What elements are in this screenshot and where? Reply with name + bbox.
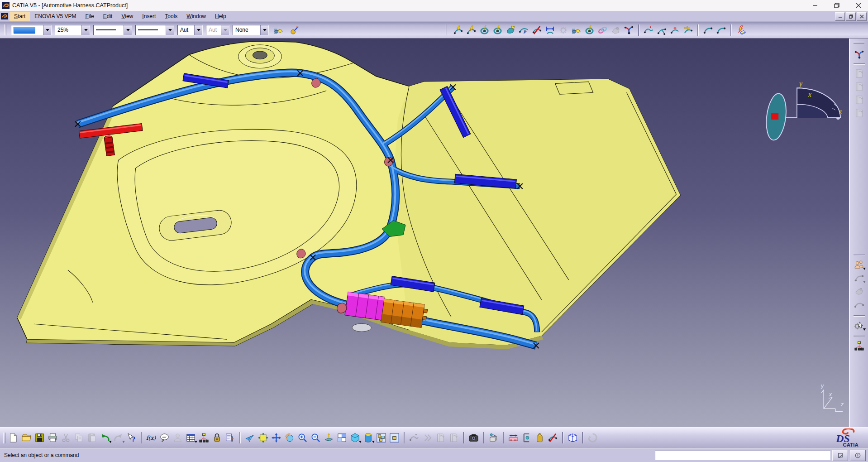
toolbar-handle[interactable] [445, 24, 447, 35]
painter-icon[interactable] [272, 24, 285, 37]
related-objects-icon[interactable] [642, 24, 655, 37]
menu-view[interactable]: View [117, 12, 138, 21]
print-icon[interactable] [46, 431, 59, 444]
layer-combo[interactable]: None [233, 25, 269, 35]
manikin-simulation-icon[interactable] [853, 258, 866, 271]
compass-y-label: y [798, 80, 803, 88]
comment-icon[interactable] [158, 431, 171, 444]
line-weight-combo[interactable] [93, 25, 132, 35]
curve-route-icon[interactable] [701, 24, 715, 37]
bundle-segment-icon[interactable] [452, 24, 465, 37]
constraints-graph-icon[interactable] [197, 431, 210, 444]
arrange-branch-icon[interactable] [682, 24, 695, 37]
menu-insert[interactable]: Insert [138, 12, 160, 21]
measure-between-icon[interactable] [507, 431, 520, 444]
wire-routing-icon[interactable] [622, 24, 635, 37]
signal-spark-icon[interactable] [668, 24, 682, 37]
power-input-field[interactable] [655, 451, 830, 460]
transparency-combo[interactable]: 25% [55, 25, 90, 35]
mdi-close-button[interactable] [857, 12, 867, 21]
rotate-icon[interactable] [283, 431, 296, 444]
multi-view-icon[interactable] [335, 431, 348, 444]
link-objects-icon[interactable] [596, 24, 609, 37]
title-bar: CATIA V5 - [Automotive Harness.CATProduc… [0, 0, 868, 11]
expand-dialog-button[interactable] [832, 450, 848, 461]
open-document-icon[interactable] [20, 431, 33, 444]
wizard-wand-icon[interactable] [288, 24, 301, 37]
catalog-icon[interactable] [566, 431, 579, 444]
chevron-down-icon[interactable] [166, 25, 174, 35]
connector-magenta[interactable] [345, 292, 385, 320]
close-button[interactable] [849, 0, 868, 11]
covering-ring-icon[interactable] [583, 24, 596, 37]
mdi-restore-button[interactable] [846, 12, 856, 21]
compass-manipulation-handle[interactable] [771, 113, 778, 120]
chevron-down-icon[interactable] [43, 25, 51, 35]
toolbar-handle[interactable] [3, 433, 5, 443]
macro-icon[interactable] [224, 431, 237, 444]
zoom-in-icon[interactable] [296, 431, 309, 444]
route-definition-icon[interactable] [544, 24, 557, 37]
whats-this-icon[interactable] [125, 431, 138, 444]
toolbar-handle[interactable] [4, 24, 6, 35]
save-icon[interactable] [33, 431, 46, 444]
formula-icon[interactable] [145, 431, 158, 444]
normal-view-icon[interactable] [322, 431, 335, 444]
3d-viewport[interactable]: y x z y x z [0, 38, 849, 427]
line-weight-glyph [96, 29, 116, 30]
menu-enovia-v5-vpm[interactable]: ENOVIA V5 VPM [30, 12, 81, 21]
chevron-down-icon[interactable] [81, 25, 90, 35]
line-type-combo[interactable] [135, 25, 174, 35]
product-structure-graph-icon[interactable] [853, 339, 866, 352]
menu-window[interactable]: Window [182, 12, 210, 21]
mdi-minimize-button[interactable] [835, 12, 845, 21]
quick-view-box-icon[interactable] [487, 431, 500, 444]
menu-edit[interactable]: Edit [99, 12, 117, 21]
protective-covering-icon[interactable] [570, 24, 583, 37]
fit-all-in-icon[interactable] [257, 431, 270, 444]
swap-visible-space-icon[interactable] [388, 431, 401, 444]
measure-item-icon[interactable] [520, 431, 533, 444]
harness-workbench-icon[interactable] [853, 48, 866, 61]
multi-bundle-segment-icon[interactable] [465, 24, 478, 37]
undo-icon[interactable] [99, 431, 112, 444]
standard-toolbar: DS CATIA [0, 427, 868, 448]
chevron-down-icon[interactable] [260, 25, 268, 35]
design-table-icon[interactable] [184, 431, 197, 444]
remove-branch-icon[interactable] [530, 24, 544, 37]
chevron-down-icon[interactable] [124, 25, 132, 35]
branch-definition-icon[interactable] [655, 24, 668, 37]
fly-mode-icon[interactable] [243, 431, 257, 444]
menu-file[interactable]: File [81, 12, 98, 21]
support-bracket-icon[interactable] [504, 24, 517, 37]
toolbar-handle[interactable] [854, 42, 864, 44]
minimize-button[interactable] [806, 0, 825, 11]
harness-measure-icon[interactable] [546, 431, 559, 444]
knowledge-select-icon[interactable] [853, 319, 866, 332]
connector-device-icon[interactable] [491, 24, 504, 37]
knowledge-bell-button[interactable] [850, 450, 866, 461]
shading-mode-icon[interactable] [362, 431, 375, 444]
pan-icon[interactable] [270, 431, 283, 444]
restore-button[interactable] [827, 0, 846, 11]
menu-start[interactable]: Start [10, 12, 30, 21]
3d-compass[interactable]: y x z [764, 80, 842, 141]
lock-icon[interactable] [210, 431, 224, 444]
color-combo[interactable] [11, 25, 52, 35]
chevron-down-icon[interactable] [194, 25, 202, 35]
adaptive-connector-icon[interactable] [478, 24, 491, 37]
menu-help[interactable]: Help [210, 12, 231, 21]
menu-tools[interactable]: Tools [160, 12, 182, 21]
measure-inertia-icon[interactable] [533, 431, 546, 444]
point-symbol-combo[interactable]: Aut [177, 25, 203, 35]
transfer-branch-icon[interactable] [517, 24, 530, 37]
screen-capture-icon[interactable] [467, 431, 480, 444]
catia-window: CATIA V5 - [Automotive Harness.CATProduc… [0, 0, 868, 462]
curve-route-alt-icon[interactable] [715, 24, 728, 37]
isometric-view-icon[interactable] [348, 431, 362, 444]
catia-logo: DS CATIA [832, 428, 865, 448]
hide-show-icon[interactable] [375, 431, 388, 444]
clean-geometry-icon[interactable] [734, 24, 748, 37]
zoom-out-icon[interactable] [309, 431, 322, 444]
new-document-icon[interactable] [7, 431, 20, 444]
